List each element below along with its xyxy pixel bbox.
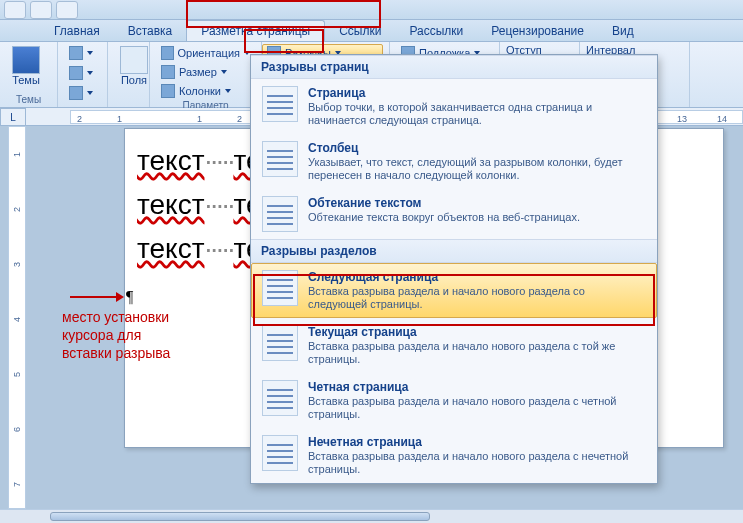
qat-save-icon[interactable] — [4, 1, 26, 19]
quick-access-toolbar — [0, 0, 743, 20]
tab-home[interactable]: Главная — [40, 21, 114, 41]
even-page-section-icon — [262, 380, 298, 416]
tab-view[interactable]: Вид — [598, 21, 648, 41]
effects-icon — [69, 86, 83, 100]
qat-undo-icon[interactable] — [30, 1, 52, 19]
menu-item-page-break[interactable]: СтраницаВыбор точки, в которой заканчива… — [251, 79, 657, 134]
annotation-arrow — [70, 296, 122, 298]
page-break-icon — [262, 86, 298, 122]
ribbon-tabs: Главная Вставка Разметка страницы Ссылки… — [0, 20, 743, 42]
menu-item-text-wrap-break[interactable]: Обтекание текстомОбтекание текста вокруг… — [251, 189, 657, 239]
size-button[interactable]: Размер — [156, 63, 255, 81]
menu-header-section-breaks: Разрывы разделов — [251, 239, 657, 263]
caret-icon — [225, 89, 231, 93]
breaks-dropdown-menu: Разрывы страниц СтраницаВыбор точки, в к… — [250, 54, 658, 484]
menu-item-odd-page-section[interactable]: Нечетная страницаВставка разрыва раздела… — [251, 428, 657, 483]
fonts-icon — [69, 66, 83, 80]
group-themes: Темы — [6, 94, 51, 107]
horizontal-scrollbar[interactable] — [0, 509, 743, 523]
size-icon — [161, 65, 175, 79]
theme-fonts-button[interactable] — [64, 64, 101, 82]
menu-item-even-page-section[interactable]: Четная страницаВставка разрыва раздела и… — [251, 373, 657, 428]
orientation-button[interactable]: Ориентация — [156, 44, 255, 62]
caret-icon — [87, 91, 93, 95]
themes-button[interactable]: Темы — [6, 44, 46, 86]
cursor-pilcrow-icon: ¶ — [126, 288, 133, 306]
doc-text: текст — [137, 145, 204, 176]
margins-label: Поля — [121, 74, 147, 86]
columns-button[interactable]: Колонки — [156, 82, 255, 100]
themes-icon — [12, 46, 40, 74]
vertical-ruler[interactable]: 1234567 — [8, 126, 26, 509]
qat-redo-icon[interactable] — [56, 1, 78, 19]
menu-item-continuous-section[interactable]: Текущая страницаВставка разрыва раздела … — [251, 318, 657, 373]
tab-mailings[interactable]: Рассылки — [395, 21, 477, 41]
scrollbar-thumb[interactable] — [50, 512, 430, 521]
menu-item-next-page-section[interactable]: Следующая страницаВставка разрыва раздел… — [251, 263, 657, 318]
continuous-section-icon — [262, 325, 298, 361]
text-wrap-icon — [262, 196, 298, 232]
caret-icon — [87, 71, 93, 75]
tab-page-layout[interactable]: Разметка страницы — [186, 20, 325, 41]
caret-icon — [221, 70, 227, 74]
tab-insert[interactable]: Вставка — [114, 21, 187, 41]
menu-header-page-breaks: Разрывы страниц — [251, 55, 657, 79]
colors-icon — [69, 46, 83, 60]
caret-icon — [87, 51, 93, 55]
tab-review[interactable]: Рецензирование — [477, 21, 598, 41]
margins-button[interactable]: Поля — [114, 44, 154, 86]
themes-label: Темы — [12, 74, 40, 86]
next-page-section-icon — [262, 270, 298, 306]
annotation-text: место установки курсора для вставки разр… — [62, 308, 170, 362]
theme-effects-button[interactable] — [64, 84, 101, 102]
menu-item-column-break[interactable]: СтолбецУказывает, что текст, следующий з… — [251, 134, 657, 189]
ruler-tab-selector[interactable]: L — [0, 108, 26, 126]
odd-page-section-icon — [262, 435, 298, 471]
column-break-icon — [262, 141, 298, 177]
theme-colors-button[interactable] — [64, 44, 101, 62]
columns-icon — [161, 84, 175, 98]
tab-links[interactable]: Ссылки — [325, 21, 395, 41]
orientation-icon — [161, 46, 174, 60]
margins-icon — [120, 46, 148, 74]
